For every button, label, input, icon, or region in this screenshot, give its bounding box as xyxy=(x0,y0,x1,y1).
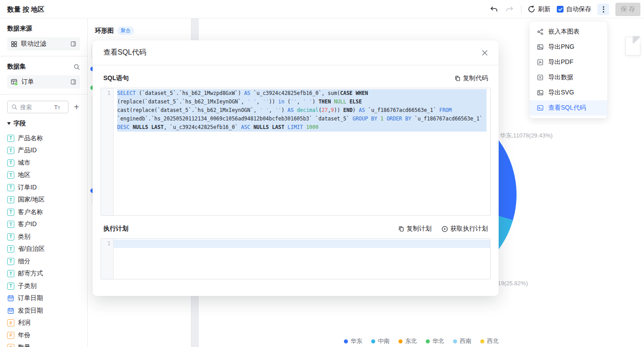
autosave-toggle[interactable]: 自动保存 xyxy=(557,5,591,13)
linkage-filter-item[interactable]: 联动过滤 xyxy=(7,37,80,51)
plan-active-line xyxy=(114,240,490,248)
text-filter-icon[interactable]: TT xyxy=(54,104,60,111)
note-corner[interactable] xyxy=(625,37,640,56)
dataset-title: 数据集 xyxy=(7,63,26,71)
field-item[interactable]: T子类别 xyxy=(7,280,80,292)
get-plan-label: 获取执行计划 xyxy=(450,225,488,233)
table-icon xyxy=(11,78,18,86)
dataset-search-icon[interactable] xyxy=(73,64,80,70)
menu-item-导出SVG[interactable]: 导出SVG xyxy=(530,85,607,100)
toolbar-divider xyxy=(521,5,521,13)
chart-type-label: 环形图 xyxy=(95,27,114,35)
text-field-icon: T xyxy=(7,221,14,228)
copy-code-button[interactable]: 复制代码 xyxy=(454,74,488,82)
dataset-item-orders[interactable]: 订单 xyxy=(7,75,80,89)
legend-label: 西北 xyxy=(487,337,499,345)
field-label: 国家/地区 xyxy=(18,196,45,204)
copy-plan-button[interactable]: 复制计划 xyxy=(398,225,432,233)
field-item[interactable]: T类别 xyxy=(7,231,80,243)
field-item[interactable]: T客户ID xyxy=(7,218,80,231)
plan-editor[interactable]: 1 xyxy=(101,238,491,279)
top-header: 数量 按 地区 刷新 xyxy=(0,0,644,18)
menu-item-label: 导出PDF xyxy=(548,58,573,66)
field-item[interactable]: T省/自治区 xyxy=(7,243,80,256)
text-field-icon: T xyxy=(7,171,14,179)
field-item[interactable]: T产品ID xyxy=(7,145,80,157)
chart-legend: 华东中南东北华北西南西北 xyxy=(199,337,644,345)
field-label: 子类别 xyxy=(18,282,37,290)
more-menu-button[interactable] xyxy=(597,4,609,15)
linkage-filter-label: 联动过滤 xyxy=(21,40,67,48)
fields-section-toggle[interactable]: 字段 xyxy=(7,120,80,128)
sql-code-modal: 查看SQL代码 SQL语句 复制代码 1 SELECT (`dataset_5`… xyxy=(93,40,499,296)
menu-item-导出PNG[interactable]: 导出PNG xyxy=(530,39,607,55)
legend-item-中南[interactable]: 中南 xyxy=(371,337,390,345)
menu-item-label: 导出数据 xyxy=(548,73,573,81)
field-item[interactable]: T城市 xyxy=(7,157,80,169)
app-window: 华东,11078(29.43%) 19(25.82%) 华东中南东北华北西南西北… xyxy=(0,0,644,347)
image-icon xyxy=(537,89,544,96)
menu-item-查看SQL代码[interactable]: 查看SQL代码 xyxy=(530,100,607,116)
field-item[interactable]: T产品名称 xyxy=(7,132,80,145)
field-item[interactable]: T邮寄方式 xyxy=(7,268,80,280)
close-icon[interactable] xyxy=(482,50,488,56)
menu-item-嵌入本图表[interactable]: 嵌入本图表 xyxy=(530,24,607,39)
text-field-icon: T xyxy=(7,159,14,167)
field-item[interactable]: T订单ID xyxy=(7,181,80,194)
text-field-icon: T xyxy=(7,270,14,277)
datasource-title: 数据来源 xyxy=(7,25,32,33)
text-field-icon: T xyxy=(7,135,14,142)
get-plan-button[interactable]: 获取执行计划 xyxy=(441,225,488,233)
field-item[interactable]: T细分 xyxy=(7,255,80,268)
field-item[interactable]: 订单日期 xyxy=(7,292,80,305)
legend-dot xyxy=(426,339,430,343)
sidebar-divider xyxy=(0,94,87,94)
legend-label: 西南 xyxy=(460,337,471,345)
field-item[interactable]: #数量 xyxy=(7,342,80,347)
panel-switch-icon[interactable] xyxy=(70,41,76,47)
number-field-icon: # xyxy=(7,319,14,326)
field-list: T产品名称T产品IDT城市T地区T订单IDT国家/地区T客户名称T客户IDT类别… xyxy=(7,132,80,347)
legend-item-西南[interactable]: 西南 xyxy=(453,337,471,345)
field-label: 发货日期 xyxy=(18,307,43,315)
field-item[interactable]: 发货日期 xyxy=(7,304,80,317)
field-item[interactable]: T国家/地区 xyxy=(7,194,80,206)
plan-code-area[interactable] xyxy=(114,239,490,279)
toolbar: 刷新 自动保存 保 存 xyxy=(489,0,640,18)
legend-item-西北[interactable]: 西北 xyxy=(480,337,499,345)
sql-line-number: 1 xyxy=(101,88,114,215)
redo-button[interactable] xyxy=(505,4,515,14)
field-item[interactable]: #利润 xyxy=(7,317,80,330)
autosave-checkbox[interactable] xyxy=(557,6,564,13)
field-search-box[interactable]: TT xyxy=(7,101,68,113)
panel-switch-icon[interactable] xyxy=(70,79,76,85)
legend-item-东北[interactable]: 东北 xyxy=(398,337,417,345)
menu-item-导出数据[interactable]: 导出数据 xyxy=(530,70,607,85)
field-label: 邮寄方式 xyxy=(18,270,43,278)
field-label: 年份 xyxy=(18,331,30,339)
play-circle-icon xyxy=(441,226,448,232)
legend-label: 华东 xyxy=(351,337,362,345)
field-search-input[interactable] xyxy=(20,104,51,111)
field-label: 产品ID xyxy=(18,146,37,154)
field-item[interactable]: T客户名称 xyxy=(7,206,80,218)
legend-item-华东[interactable]: 华东 xyxy=(344,337,362,345)
save-button[interactable]: 保 存 xyxy=(615,3,640,16)
text-field-icon: T xyxy=(7,245,14,253)
refresh-icon xyxy=(528,5,535,13)
autosave-label: 自动保存 xyxy=(566,5,591,13)
pdf-icon xyxy=(537,59,544,66)
undo-button[interactable] xyxy=(489,4,499,14)
menu-item-导出PDF[interactable]: 导出PDF xyxy=(530,55,607,70)
refresh-button[interactable]: 刷新 xyxy=(528,5,551,13)
field-item[interactable]: #年份 xyxy=(7,329,80,342)
field-item[interactable]: T地区 xyxy=(7,169,80,182)
field-label: 地区 xyxy=(18,171,30,179)
chart-more-menu: 嵌入本图表导出PNG导出PDF导出数据导出SVG查看SQL代码 xyxy=(530,21,607,118)
field-label: 城市 xyxy=(18,159,30,167)
text-field-icon: T xyxy=(7,196,14,203)
sql-editor[interactable]: 1 SELECT (`dataset_5`.`hs_b62_1Mwzpd8GxW… xyxy=(101,88,491,216)
add-field-button[interactable]: + xyxy=(73,103,80,111)
legend-item-华北[interactable]: 华北 xyxy=(426,337,444,345)
sql-code-area[interactable]: SELECT (`dataset_5`.`hs_b62_1Mwzpd8GxW`)… xyxy=(114,88,490,215)
